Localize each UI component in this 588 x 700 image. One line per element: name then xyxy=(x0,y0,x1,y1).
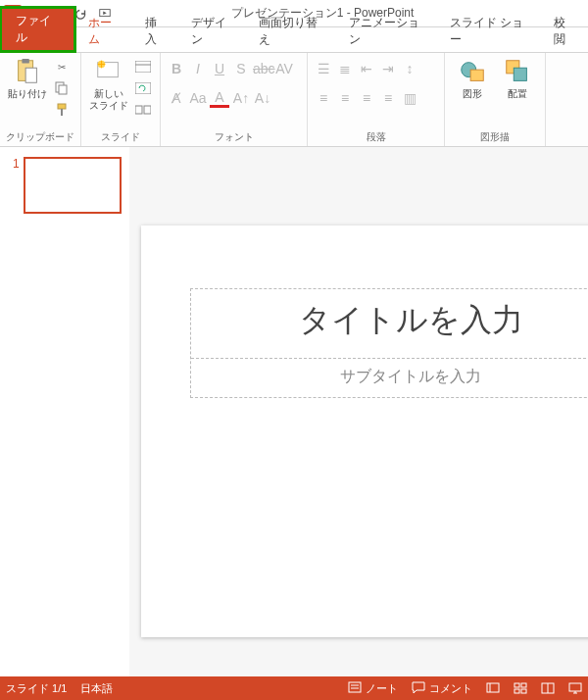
slide[interactable]: タイトルを入力 サブタイトルを入力 xyxy=(141,225,588,637)
copy-button[interactable] xyxy=(51,78,73,98)
justify-button[interactable]: ≡ xyxy=(378,90,398,106)
slide-thumbnails-pane[interactable]: 1 xyxy=(0,147,129,676)
section-icon xyxy=(135,104,151,116)
svg-rect-27 xyxy=(521,683,526,687)
group-drawing-label: 図形描 xyxy=(451,128,539,144)
layout-icon xyxy=(135,61,151,73)
status-slide-count[interactable]: スライド 1/1 xyxy=(6,681,67,696)
shapes-label: 図形 xyxy=(463,88,482,100)
sorter-view-icon xyxy=(514,681,527,695)
indent-inc-button[interactable]: ⇥ xyxy=(378,61,398,76)
group-slides-label: スライド xyxy=(87,128,154,144)
view-slideshow-button[interactable] xyxy=(568,681,582,695)
notes-label: ノート xyxy=(366,681,398,696)
paste-button[interactable]: 貼り付け xyxy=(6,57,49,100)
shapes-button[interactable]: 図形 xyxy=(451,57,494,100)
thumbnail-number: 1 xyxy=(8,157,20,171)
notes-button[interactable]: ノート xyxy=(348,681,398,696)
comment-icon xyxy=(412,681,425,695)
tab-file[interactable]: ファイル xyxy=(0,6,76,53)
notes-icon xyxy=(348,681,362,695)
grow-font-button[interactable]: A↑ xyxy=(231,90,251,106)
bullets-button[interactable]: ☰ xyxy=(314,61,333,76)
comments-button[interactable]: コメント xyxy=(412,681,472,696)
group-slides: 新しい スライド スライド xyxy=(81,53,161,146)
format-painter-button[interactable] xyxy=(51,100,73,120)
svg-rect-32 xyxy=(569,683,581,691)
font-color-button[interactable]: A xyxy=(210,89,229,108)
svg-rect-4 xyxy=(22,59,29,64)
align-right-button[interactable]: ≡ xyxy=(357,90,376,106)
tab-design[interactable]: デザイン xyxy=(179,11,247,52)
new-slide-label: 新しい スライド xyxy=(89,88,128,112)
tab-slideshow[interactable]: スライド ショー xyxy=(438,11,542,52)
svg-rect-24 xyxy=(487,683,499,692)
cut-button[interactable]: ✂ xyxy=(51,57,73,76)
svg-rect-12 xyxy=(135,61,151,73)
brush-icon xyxy=(55,103,69,117)
new-slide-button[interactable]: 新しい スライド xyxy=(87,57,130,112)
group-paragraph: ☰ ≣ ⇤ ⇥ ↕ ≡ ≡ ≡ ≡ ▥ 段落 xyxy=(308,53,445,146)
indent-dec-button[interactable]: ⇤ xyxy=(357,61,376,76)
svg-rect-18 xyxy=(470,70,483,80)
layout-button[interactable] xyxy=(132,57,154,76)
svg-rect-15 xyxy=(135,106,142,114)
subtitle-placeholder[interactable]: サブタイトルを入力 xyxy=(191,358,588,397)
view-sorter-button[interactable] xyxy=(514,681,527,695)
bold-button[interactable]: B xyxy=(167,61,186,76)
new-slide-icon xyxy=(94,57,123,86)
reading-view-icon xyxy=(541,681,555,695)
comments-label: コメント xyxy=(429,681,472,696)
spacing-button[interactable]: AV xyxy=(274,61,294,76)
italic-button[interactable]: I xyxy=(188,61,208,76)
svg-rect-29 xyxy=(521,689,526,693)
section-button[interactable] xyxy=(132,100,154,120)
slide-editor[interactable]: タイトルを入力 サブタイトルを入力 xyxy=(129,147,588,676)
tab-home[interactable]: ホーム xyxy=(76,11,133,52)
svg-rect-14 xyxy=(135,82,151,94)
align-left-button[interactable]: ≡ xyxy=(314,90,333,106)
clear-format-button[interactable]: A̸ xyxy=(167,90,186,106)
arrange-icon xyxy=(503,57,532,86)
svg-rect-7 xyxy=(59,85,67,94)
group-clipboard: 貼り付け ✂ クリップボード xyxy=(0,53,81,146)
reset-button[interactable] xyxy=(132,78,154,98)
svg-rect-26 xyxy=(514,683,519,687)
tab-transitions[interactable]: 画面切り替え xyxy=(247,11,337,52)
status-bar: スライド 1/1 日本語 ノート コメント xyxy=(0,676,588,700)
normal-view-icon xyxy=(486,681,500,695)
change-case-button[interactable]: Aa xyxy=(188,90,208,106)
group-clipboard-label: クリップボード xyxy=(6,128,74,144)
status-language[interactable]: 日本語 xyxy=(80,681,113,696)
group-font-label: フォント xyxy=(167,128,301,144)
ribbon: 貼り付け ✂ クリップボード 新しい スライド スライド xyxy=(0,53,588,147)
group-paragraph-label: 段落 xyxy=(314,128,438,144)
strike-button[interactable]: abc xyxy=(253,61,272,76)
svg-rect-5 xyxy=(25,68,36,82)
group-font: B I U S abc AV A̸ Aa A A↑ A↓ フォント xyxy=(161,53,308,146)
tab-insert[interactable]: 挿入 xyxy=(133,11,179,52)
shadow-button[interactable]: S xyxy=(231,61,251,76)
tab-animations[interactable]: アニメーション xyxy=(337,11,438,52)
work-area: 1 タイトルを入力 サブタイトルを入力 xyxy=(0,147,588,676)
align-center-button[interactable]: ≡ xyxy=(335,90,355,106)
view-normal-button[interactable] xyxy=(486,681,500,695)
numbering-button[interactable]: ≣ xyxy=(335,61,355,76)
svg-rect-16 xyxy=(144,106,151,114)
svg-rect-9 xyxy=(61,109,63,116)
paste-label: 貼り付け xyxy=(8,88,47,100)
tab-review[interactable]: 校閲 xyxy=(542,11,588,52)
columns-button[interactable]: ▥ xyxy=(400,90,419,106)
line-spacing-button[interactable]: ↕ xyxy=(400,61,419,76)
thumbnail-preview[interactable] xyxy=(24,157,122,214)
slideshow-view-icon xyxy=(568,681,582,695)
title-placeholder[interactable]: タイトルを入力 xyxy=(191,289,588,352)
view-reading-button[interactable] xyxy=(541,681,555,695)
underline-button[interactable]: U xyxy=(210,61,229,76)
arrange-button[interactable]: 配置 xyxy=(496,57,539,100)
svg-rect-21 xyxy=(349,682,361,692)
arrange-label: 配置 xyxy=(508,88,527,100)
reset-icon xyxy=(135,82,151,94)
thumbnail-1[interactable]: 1 xyxy=(8,157,122,214)
shrink-font-button[interactable]: A↓ xyxy=(253,90,272,106)
